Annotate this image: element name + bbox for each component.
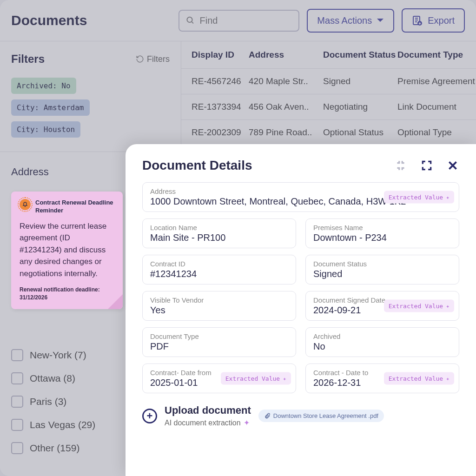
panel-title: Document Details (142, 158, 394, 173)
extracted-badge: Extracted Value✦ (221, 372, 291, 385)
chevron-down-icon (377, 18, 384, 23)
filter-chip[interactable]: Archived: No (11, 78, 76, 94)
extracted-badge: Extracted Value✦ (384, 372, 454, 385)
export-icon (412, 15, 423, 26)
filters-reset[interactable]: Filters (136, 54, 170, 64)
filters-title: Filters (11, 53, 45, 66)
upload-document-button[interactable]: Upload document (165, 404, 251, 416)
filter-chip[interactable]: City: Amsterdam (11, 99, 90, 116)
svg-point-0 (187, 17, 192, 22)
field-visible-vendor[interactable]: Visible To VendorYes (142, 291, 296, 321)
table-row[interactable]: RE-1373394456 Oak Aven..NegotiatingLink … (181, 94, 476, 120)
search-input[interactable] (200, 15, 292, 26)
field-archived[interactable]: ArchivedNo (305, 327, 459, 357)
field-location-name[interactable]: Location NameMain Site - PR100 (142, 218, 296, 248)
note-body: Review the current lease agreement (ID #… (20, 220, 114, 280)
filter-chip[interactable]: City: Houston (11, 121, 80, 138)
table-row[interactable]: RE-4567246420 Maple Str..SignedPremise A… (181, 69, 476, 94)
export-button[interactable]: Export (402, 8, 465, 33)
field-document-status[interactable]: Document StatusSigned (305, 255, 459, 284)
field-date-to[interactable]: Contract - Date to2026-12-31 Extracted V… (305, 364, 459, 393)
field-address[interactable]: Address 1000 Downtown Street, Montreal, … (142, 182, 459, 212)
field-document-type[interactable]: Document TypePDF (142, 327, 296, 357)
upload-subtitle: AI document extraction✦ (165, 418, 251, 427)
field-contract-id[interactable]: Contract ID#12341234 (142, 255, 296, 284)
reminder-note[interactable]: Contract Renewal Deadline Reminder Revie… (11, 192, 123, 309)
checkbox[interactable] (11, 396, 23, 408)
checkbox[interactable] (11, 349, 23, 361)
table-header: Display ID Address Document Status Docum… (181, 41, 476, 69)
extracted-badge: Extracted Value✦ (384, 300, 454, 312)
minimize-icon[interactable] (394, 159, 407, 172)
checkbox[interactable] (11, 419, 23, 431)
search-box[interactable] (178, 10, 299, 32)
checkbox[interactable] (11, 372, 23, 384)
search-icon (186, 15, 195, 26)
note-deadline: Renewal notification deadline: 31/12/202… (20, 286, 114, 302)
extracted-badge: Extracted Value✦ (384, 191, 454, 204)
table-row[interactable]: RE-2002309789 Pine Road..Optional Status… (181, 120, 476, 145)
attachment-chip[interactable]: Downtown Store Lease Agreement .pdf (258, 410, 384, 422)
note-title: Contract Renewal Deadline Reminder (35, 199, 114, 215)
refresh-icon (136, 55, 144, 63)
add-icon[interactable]: + (142, 409, 157, 423)
field-date-from[interactable]: Contract- Date from2025-01-01 Extracted … (142, 364, 296, 393)
fullscreen-icon[interactable] (420, 159, 433, 172)
checkbox[interactable] (11, 442, 23, 454)
close-icon[interactable] (446, 159, 459, 172)
svg-line-1 (192, 21, 193, 23)
page-title: Documents (11, 13, 171, 28)
field-premises-name[interactable]: Premises NameDowntown - P234 (305, 218, 459, 248)
mass-actions-button[interactable]: Mass Actions (307, 9, 394, 33)
document-details-panel: Document Details Address 1000 Downtown S… (126, 144, 476, 476)
paperclip-icon (264, 413, 271, 419)
bell-icon (20, 199, 31, 210)
field-signed-date[interactable]: Document Signed Date2024-09-21 Extracted… (305, 291, 459, 321)
